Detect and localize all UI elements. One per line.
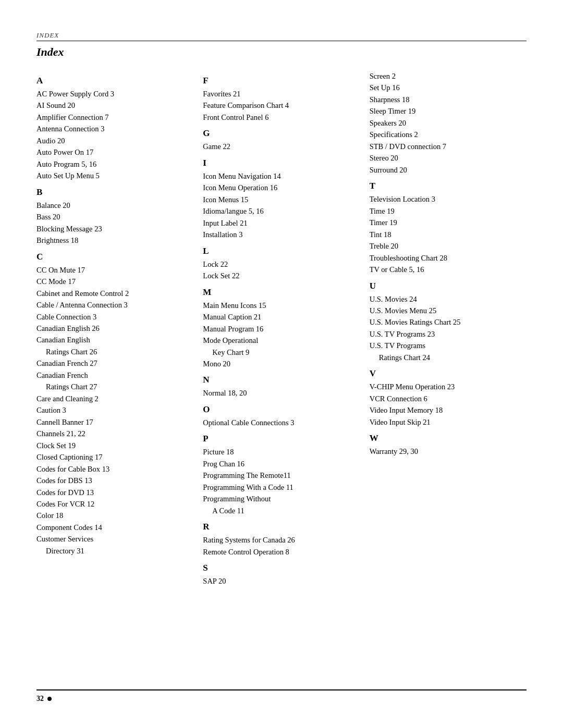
list-item: Lock 22 (203, 258, 360, 270)
list-item: Troubleshooting Chart 28 (370, 252, 527, 264)
list-item: Prog Chan 16 (203, 458, 360, 470)
section-letter-I: I (203, 158, 360, 168)
list-item: Ratings Chart 26 (36, 346, 193, 357)
list-item: Front Control Panel 6 (203, 112, 360, 123)
list-item: Caution 3 (36, 404, 193, 416)
list-item: Cannell Banner 17 (36, 416, 193, 428)
list-item: Programming The Remote11 (203, 470, 360, 481)
list-item: Programming With a Code 11 (203, 482, 360, 493)
list-item: AC Power Supply Cord 3 (36, 88, 193, 100)
section-letter-U: U (370, 281, 527, 291)
list-item: Clock Set 19 (36, 440, 193, 451)
list-item: STB / DVD connection 7 (370, 141, 527, 152)
section-letter-P: P (203, 434, 360, 444)
list-item: CC Mode 17 (36, 276, 193, 287)
section-letter-B: B (36, 187, 193, 198)
list-item: Mode Operational (203, 335, 360, 346)
list-item: VCR Connection 6 (370, 393, 527, 404)
list-item: Feature Comparison Chart 4 (203, 100, 360, 111)
section-letter-G: G (203, 128, 360, 139)
list-item: Input Label 21 (203, 217, 360, 229)
list-item: Color 18 (36, 510, 193, 521)
list-item: Auto Set Up Menu 5 (36, 170, 193, 181)
list-item: Icon Menu Operation 16 (203, 182, 360, 193)
section-letter-O: O (203, 404, 360, 415)
list-item: U.S. Movies 24 (370, 293, 527, 305)
list-item: U.S. TV Programs (370, 340, 527, 351)
section-letter-L: L (203, 246, 360, 256)
list-item: Video Input Memory 18 (370, 404, 527, 416)
page-number-text: 32 (36, 695, 44, 703)
list-item: Installation 3 (203, 229, 360, 240)
bullet-icon (47, 697, 52, 701)
list-item: Manual Caption 21 (203, 311, 360, 323)
list-item: Lock Set 22 (203, 270, 360, 281)
bottom-bar: 32 (36, 689, 527, 703)
list-item: Rating Systems for Canada 26 (203, 534, 360, 546)
column-2: FFavorites 21Feature Comparison Chart 4F… (203, 70, 369, 587)
list-item: Bass 20 (36, 211, 193, 223)
list-item: SAP 20 (203, 575, 360, 587)
column-1: AAC Power Supply Cord 3AI Sound 20Amplif… (36, 70, 203, 557)
list-item: Game 22 (203, 141, 360, 152)
list-item: Closed Captioning 17 (36, 451, 193, 463)
list-item: Canadian French (36, 369, 193, 381)
list-item: Timer 19 (370, 217, 527, 228)
list-item: CC On Mute 17 (36, 264, 193, 276)
list-item: Normal 18, 20 (203, 387, 360, 399)
list-item: Care and Cleaning 2 (36, 393, 193, 404)
list-item: Speakers 20 (370, 117, 527, 129)
list-item: Treble 20 (370, 240, 527, 252)
list-item: Auto Power On 17 (36, 146, 193, 158)
list-item: Idioma/langue 5, 16 (203, 205, 360, 217)
list-item: Specifications 2 (370, 129, 527, 140)
section-letter-C: C (36, 252, 193, 262)
page-title: Index (36, 45, 527, 59)
list-item: Video Input Skip 21 (370, 416, 527, 428)
list-item: Television Location 3 (370, 193, 527, 205)
list-item: Programming Without (203, 493, 360, 504)
list-item: Time 19 (370, 205, 527, 217)
top-rule (36, 41, 527, 41)
column-3: Screen 2Set Up 16Sharpness 18Sleep Timer… (370, 70, 527, 458)
list-item: Canadian French 27 (36, 357, 193, 369)
list-item: A Code 11 (203, 505, 360, 516)
section-letter-S: S (203, 563, 360, 573)
list-item: Brightness 18 (36, 235, 193, 246)
list-item: Remote Control Operation 8 (203, 546, 360, 558)
list-item: Surround 20 (370, 164, 527, 176)
section-letter-V: V (370, 368, 527, 379)
list-item: Sleep Timer 19 (370, 105, 527, 117)
list-item: Mono 20 (203, 358, 360, 369)
page-number: 32 (36, 695, 527, 703)
list-item: Set Up 16 (370, 82, 527, 93)
list-item: Auto Program 5, 16 (36, 158, 193, 170)
list-item: Ratings Chart 27 (36, 381, 193, 392)
list-item: V-CHIP Menu Operation 23 (370, 381, 527, 392)
list-item: Customer Services (36, 533, 193, 545)
section-letter-M: M (203, 287, 360, 298)
index-label: Index (36, 31, 527, 40)
list-item: AI Sound 20 (36, 100, 193, 111)
list-item: Key Chart 9 (203, 347, 360, 358)
list-item: Component Codes 14 (36, 522, 193, 533)
list-item: Screen 2 (370, 70, 527, 82)
list-item: Manual Program 16 (203, 323, 360, 335)
list-item: U.S. Movies Ratings Chart 25 (370, 316, 527, 328)
list-item: Sharpness 18 (370, 94, 527, 105)
index-columns: AAC Power Supply Cord 3AI Sound 20Amplif… (36, 70, 527, 587)
section-letter-T: T (370, 181, 527, 191)
list-item: U.S. Movies Menu 25 (370, 305, 527, 316)
list-item: Icon Menu Navigation 14 (203, 170, 360, 182)
list-item: Optional Cable Connections 3 (203, 417, 360, 428)
list-item: Blocking Message 23 (36, 223, 193, 235)
list-item: Canadian English 26 (36, 323, 193, 334)
list-item: Antenna Connection 3 (36, 123, 193, 134)
page: Index Index AAC Power Supply Cord 3AI So… (0, 0, 563, 728)
section-letter-A: A (36, 76, 193, 86)
bottom-rule (36, 689, 527, 690)
list-item: Balance 20 (36, 200, 193, 211)
list-item: Channels 21, 22 (36, 428, 193, 439)
list-item: Tint 18 (370, 229, 527, 240)
list-item: Codes For VCR 12 (36, 498, 193, 510)
